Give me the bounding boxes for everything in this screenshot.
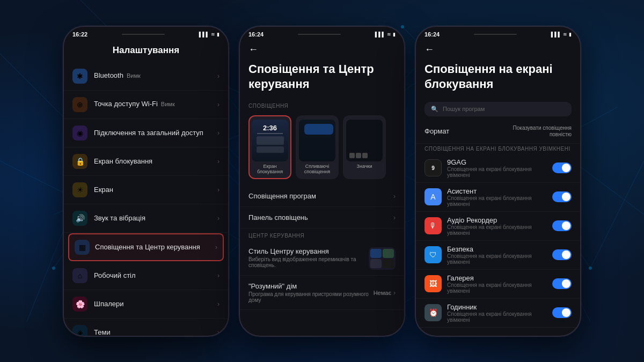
icon-dot3 bbox=[362, 153, 368, 158]
phone3-screen: ← Сповіщення на екрані блокування 🔍 Пошу… bbox=[416, 40, 580, 336]
control-center-style-item[interactable]: Стиль Центру керування Виберіть вид відо… bbox=[240, 242, 404, 276]
notif-cards-container: 2:36 Екран блокування bbox=[240, 112, 404, 186]
desktop-icon: ⌂ bbox=[72, 268, 87, 283]
gallery-name: Галерея bbox=[447, 274, 552, 282]
security-info: Безпека Сповіщення на екрані блокування … bbox=[447, 245, 552, 265]
smart-home-desc: Програма для керування пристроями розумн… bbox=[248, 291, 374, 303]
wifi-label: Точка доступу Wi-Fi bbox=[94, 100, 158, 109]
phone3: 16:24 ▌▌▌ ≋ ▮ ← Сповіщення на екрані бло… bbox=[415, 26, 581, 337]
apps-section-label: СПОВІЩЕННЯ НА ЕКРАНІ БЛОКУВАННЯ УВІМКНЕН… bbox=[416, 144, 580, 154]
app-item-audio[interactable]: 🎙 Аудіо Рекордер Сповіщення на екрані бл… bbox=[416, 212, 580, 241]
phone3-time: 16:24 bbox=[425, 31, 440, 38]
icons-card-screen bbox=[346, 120, 383, 161]
9gag-info: 9GAG Сповіщення на екрані блокування уві… bbox=[447, 158, 552, 178]
icons-screen-bg bbox=[346, 120, 383, 161]
security-name: Безпека bbox=[447, 245, 552, 253]
control-center-preview bbox=[369, 247, 396, 270]
desktop-chevron: › bbox=[217, 272, 219, 279]
app-notifications-item[interactable]: Сповіщення програм › bbox=[240, 186, 404, 207]
notif-card-icons[interactable]: Значки bbox=[343, 115, 386, 180]
phone3-back-button[interactable]: ← bbox=[416, 40, 580, 60]
app-item-clock[interactable]: ⏰ Годинник Сповіщення на екрані блокуван… bbox=[416, 299, 580, 328]
assistant-info: Асистент Сповіщення на екрані блокування… bbox=[447, 187, 552, 207]
control-center-label: Стиль Центру керування bbox=[248, 247, 363, 255]
format-value: Показувати сповіщення повністю bbox=[507, 125, 572, 138]
setting-wifi[interactable]: ⊕ Точка доступу Wi-Fi Вимк › bbox=[64, 91, 228, 119]
app-item-security[interactable]: 🛡 Безпека Сповіщення на екрані блокуванн… bbox=[416, 241, 580, 270]
phone1-frame: 16:22 ▌▌▌ ≋ ▮ Налаштування ✱ Bluetooth В… bbox=[63, 26, 229, 337]
control-section-label: ЦЕНТР КЕРУВАННЯ bbox=[240, 228, 404, 242]
9gag-icon: 9 bbox=[425, 159, 442, 176]
signal-icon: ▌▌▌ bbox=[199, 32, 209, 37]
control-center-desc: Виберіть вид відображення перемикачів та… bbox=[248, 256, 363, 268]
settings-list: ✱ Bluetooth Вимк › ⊕ Точка доступу Wi- bbox=[64, 62, 228, 336]
setting-desktop[interactable]: ⌂ Робочий стіл › bbox=[64, 262, 228, 290]
bluetooth-icon: ✱ bbox=[72, 69, 87, 84]
themes-chevron: › bbox=[217, 329, 219, 336]
audio-toggle[interactable] bbox=[552, 220, 572, 231]
svg-line-5 bbox=[590, 161, 644, 268]
9gag-status: Сповіщення на екрані блокування увімкнен… bbox=[447, 166, 552, 178]
gallery-toggle[interactable] bbox=[552, 278, 572, 289]
app-item-gallery[interactable]: 🖼 Галерея Сповіщення на екрані блокуванн… bbox=[416, 270, 580, 299]
setting-bluetooth[interactable]: ✱ Bluetooth Вимк › bbox=[64, 62, 228, 91]
wifi-icon: ⊕ bbox=[72, 97, 87, 112]
desktop-label: Робочий стіл bbox=[94, 271, 136, 279]
audio-name: Аудіо Рекордер bbox=[447, 216, 552, 224]
format-row[interactable]: Формат Показувати сповіщення повністю bbox=[416, 120, 580, 144]
audio-icon: 🎙 bbox=[425, 217, 442, 234]
smart-home-label: "Розумний" дім bbox=[248, 282, 374, 290]
smart-home-value: Немає bbox=[374, 290, 391, 296]
phone3-battery-icon: ▮ bbox=[569, 32, 572, 37]
setting-wallpaper[interactable]: 🌸 Шпалери › bbox=[64, 290, 228, 319]
setting-themes[interactable]: ◈ Теми › bbox=[64, 319, 228, 336]
cc-tile-4 bbox=[383, 259, 394, 268]
app-item-9gag[interactable]: 9 9GAG Сповіщення на екрані блокування у… bbox=[416, 154, 580, 183]
control-center-text: Стиль Центру керування Виберіть вид відо… bbox=[248, 247, 363, 268]
notif-card-floating[interactable]: Спливаючі сповіщення bbox=[296, 115, 339, 180]
phone3-status-icons: ▌▌▌ ≋ ▮ bbox=[551, 32, 572, 37]
notif-panel-item[interactable]: Панель сповіщень › bbox=[240, 207, 404, 228]
phone1-time: 16:22 bbox=[72, 31, 87, 38]
assistant-toggle[interactable] bbox=[552, 191, 572, 202]
cc-tile-3 bbox=[370, 259, 382, 268]
phone3-notch bbox=[474, 34, 517, 35]
phone1-status-bar: 16:22 ▌▌▌ ≋ ▮ bbox=[64, 27, 228, 40]
phone2-signal-icon: ▌▌▌ bbox=[375, 32, 385, 37]
app-notifications-chevron: › bbox=[393, 193, 396, 200]
clock-toggle[interactable] bbox=[552, 307, 572, 318]
icon-dot1 bbox=[349, 153, 355, 158]
setting-lock-screen[interactable]: 🔒 Екран блокування › bbox=[64, 147, 228, 176]
svg-point-26 bbox=[589, 267, 592, 270]
notifications-label: Сповіщення та Центр керування bbox=[95, 243, 200, 251]
phone2-screen: ← Сповіщення та Центр керування СПОВІЩЕН… bbox=[240, 40, 404, 336]
setting-notifications[interactable]: ▦ Сповіщення та Центр керування › bbox=[68, 233, 224, 261]
setting-sound[interactable]: 🔊 Звук та вібрація › bbox=[64, 204, 228, 233]
gallery-icon: 🖼 bbox=[425, 275, 442, 292]
app-item-assistant[interactable]: A Асистент Сповіщення на екрані блокуван… bbox=[416, 183, 580, 212]
clock-status: Сповіщення на екрані блокування увімкнен… bbox=[447, 311, 552, 323]
phone1: 16:22 ▌▌▌ ≋ ▮ Налаштування ✱ Bluetooth В… bbox=[63, 26, 229, 337]
display-icon: ☀ bbox=[72, 182, 87, 197]
phone2-back-button[interactable]: ← bbox=[240, 40, 404, 60]
sound-icon: 🔊 bbox=[72, 211, 87, 226]
wallpaper-icon: 🌸 bbox=[72, 297, 87, 312]
9gag-toggle[interactable] bbox=[552, 162, 572, 173]
display-label: Екран bbox=[94, 186, 113, 194]
notif-card-lock[interactable]: 2:36 Екран блокування bbox=[248, 115, 291, 180]
setting-connections[interactable]: ◉ Підключення та загальний доступ › bbox=[64, 119, 228, 147]
floating-card-label: Спливаючі сповіщення bbox=[300, 164, 334, 175]
lock-screen-icon: 🔒 bbox=[72, 154, 87, 169]
notifications-icon: ▦ bbox=[75, 240, 90, 255]
setting-display[interactable]: ☀ Екран › bbox=[64, 176, 228, 204]
security-toggle[interactable] bbox=[552, 249, 572, 260]
themes-icon: ◈ bbox=[72, 325, 87, 336]
lock-screen-text: Екран блокування bbox=[94, 156, 217, 166]
search-bar[interactable]: 🔍 Пошук програм bbox=[425, 102, 572, 116]
smart-home-text: "Розумний" дім Програма для керування пр… bbox=[248, 282, 374, 303]
mini-time: 2:36 bbox=[263, 124, 277, 132]
phone2-battery-icon: ▮ bbox=[393, 32, 396, 37]
9gag-name: 9GAG bbox=[447, 158, 552, 166]
smart-home-item[interactable]: "Розумний" дім Програма для керування пр… bbox=[240, 276, 404, 310]
wallpaper-chevron: › bbox=[217, 300, 219, 308]
